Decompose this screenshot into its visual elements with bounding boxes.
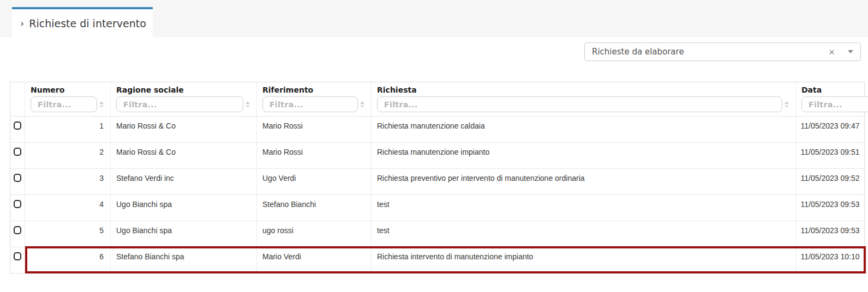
sort-icon[interactable] [243, 101, 252, 108]
cell-ragione-sociale: Mario Rossi & Co [111, 143, 257, 168]
cell-richiesta: test [372, 195, 796, 221]
sort-icon[interactable] [782, 101, 791, 108]
cell-ragione-sociale: Stefano Verdi inc [111, 169, 257, 194]
row-checkbox[interactable] [14, 252, 21, 260]
column-label: Richiesta [377, 86, 791, 94]
sort-icon[interactable] [97, 101, 106, 108]
cell-numero: 1 [25, 117, 111, 142]
header-cell-riferimento: Riferimento [257, 82, 372, 116]
filter-input-richiesta[interactable] [377, 96, 782, 112]
cell-riferimento: Mario Rossi [257, 143, 372, 168]
table-row[interactable]: 3 Stefano Verdi inc Ugo Verdi Richiesta … [10, 168, 864, 194]
cell-richiesta: Richiesta preventivo per intervento di m… [372, 169, 796, 194]
cell-numero: 3 [25, 169, 111, 194]
row-checkbox-cell [10, 195, 25, 221]
cell-numero: 2 [25, 143, 111, 168]
cell-richiesta: Richiesta manutenzione impianto [372, 143, 796, 168]
row-checkbox-cell [10, 143, 25, 168]
cell-data: 11/05/2023 09:47 [796, 117, 864, 142]
clear-filter-icon[interactable]: × [825, 47, 838, 57]
table-row[interactable]: 2 Mario Rossi & Co Mario Rossi Richiesta… [10, 142, 864, 168]
cell-data: 11/05/2023 09:51 [796, 143, 864, 168]
sort-icon[interactable] [358, 101, 367, 108]
column-label: Data [801, 86, 868, 94]
cell-riferimento: Mario Verdi [257, 247, 372, 273]
table-header-row: Numero Ragione sociale Riferimento [10, 82, 864, 116]
cell-ragione-sociale: Mario Rossi & Co [111, 117, 257, 142]
chevron-right-icon: › [20, 17, 24, 29]
row-checkbox-cell [10, 117, 25, 142]
table-row[interactable]: 1 Mario Rossi & Co Mario Rossi Richiesta… [10, 116, 864, 142]
requests-table: Numero Ragione sociale Riferimento [10, 82, 865, 273]
cell-richiesta: Richiesta intervento di manutenzione imp… [372, 247, 796, 273]
filter-input-numero[interactable] [31, 96, 97, 112]
cell-riferimento: Stefano Bianchi [257, 195, 372, 221]
row-checkbox[interactable] [14, 226, 21, 234]
cell-numero: 6 [25, 247, 111, 273]
cell-ragione-sociale: Ugo Bianchi spa [111, 195, 257, 221]
cell-numero: 5 [25, 221, 111, 247]
column-label: Ragione sociale [116, 86, 252, 94]
header-cell-richiesta: Richiesta [372, 82, 796, 116]
header-cell-numero: Numero [25, 82, 111, 116]
table-row[interactable]: 5 Ugo Bianchi spa ugo rossi test 11/05/2… [10, 221, 864, 247]
cell-data: 11/05/2023 09:52 [796, 169, 864, 194]
header-cell-checkbox [10, 82, 25, 116]
header-cell-ragione-sociale: Ragione sociale [111, 82, 257, 116]
cell-richiesta: test [372, 221, 796, 247]
row-checkbox-cell [10, 221, 25, 247]
dropdown-selected-value: Richieste da elaborare [592, 47, 825, 57]
row-checkbox[interactable] [14, 121, 21, 130]
cell-ragione-sociale: Stefano Bianchi spa [111, 247, 257, 273]
tab-richieste-di-intervento[interactable]: › Richieste di intervento [12, 7, 153, 37]
row-checkbox-cell [10, 247, 25, 273]
cell-riferimento: Ugo Verdi [257, 169, 372, 194]
filter-input-ragione-sociale[interactable] [116, 96, 243, 112]
cell-data: 11/05/2023 10:10 [796, 247, 864, 273]
cell-data: 11/05/2023 09:53 [796, 195, 864, 221]
table-body: 1 Mario Rossi & Co Mario Rossi Richiesta… [10, 116, 864, 273]
row-checkbox-cell [10, 169, 25, 194]
cell-numero: 4 [25, 195, 111, 221]
tab-title: Richieste di intervento [29, 17, 146, 29]
filter-input-data[interactable] [801, 96, 868, 112]
row-checkbox[interactable] [14, 174, 21, 182]
cell-riferimento: ugo rossi [257, 221, 372, 247]
cell-ragione-sociale: Ugo Bianchi spa [111, 221, 257, 247]
table-row[interactable]: 4 Ugo Bianchi spa Stefano Bianchi test 1… [10, 194, 864, 221]
header-cell-data: Data [796, 82, 868, 116]
chevron-down-icon[interactable] [848, 50, 853, 53]
row-checkbox[interactable] [14, 148, 21, 156]
page: › Richieste di intervento Richieste da e… [0, 0, 868, 292]
filter-input-riferimento[interactable] [262, 96, 358, 112]
column-label: Numero [31, 86, 106, 94]
cell-riferimento: Mario Rossi [257, 117, 372, 142]
table-row[interactable]: 6 Stefano Bianchi spa Mario Verdi Richie… [10, 247, 864, 273]
column-label: Riferimento [262, 86, 367, 94]
status-filter-dropdown[interactable]: Richieste da elaborare × [584, 42, 861, 61]
cell-data: 11/05/2023 09:53 [796, 221, 864, 247]
cell-richiesta: Richiesta manutenzione caldaia [372, 117, 796, 142]
row-checkbox[interactable] [14, 200, 21, 208]
